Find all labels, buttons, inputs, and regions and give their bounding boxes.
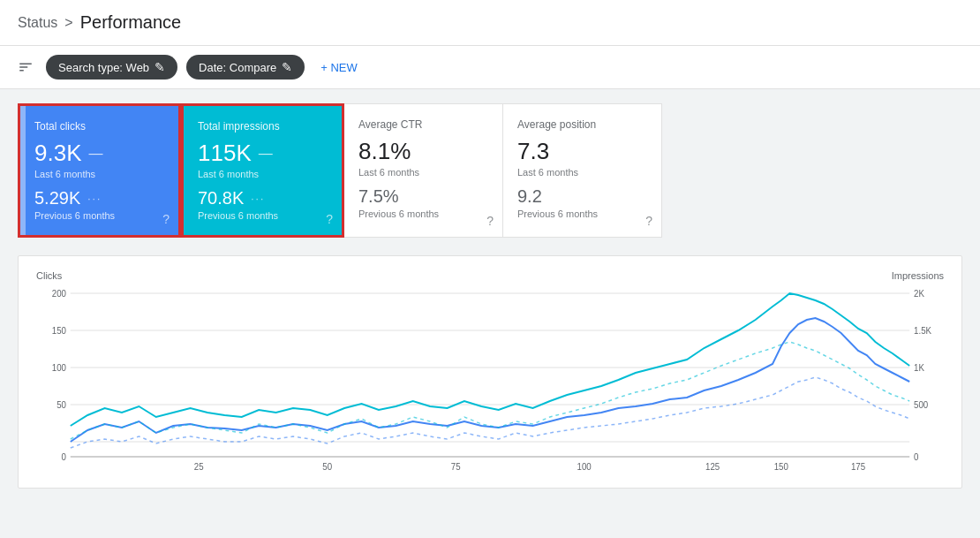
- svg-text:500: 500: [914, 400, 929, 410]
- card-total-impressions[interactable]: Total impressions 115K — Last 6 months 7…: [181, 103, 344, 238]
- card-impressions-title: Total impressions: [198, 120, 328, 133]
- svg-text:150: 150: [52, 326, 67, 336]
- breadcrumb-current: Performance: [80, 12, 182, 33]
- card-impressions-period: Last 6 months: [198, 169, 328, 179]
- chart-svg: 200 150 100 50 0 2K 1.5K 1K 500 0 25 50 …: [36, 284, 944, 479]
- card-position-prev-value: 9.2: [517, 186, 647, 207]
- filter-icon: [18, 59, 34, 75]
- date-edit-icon: ✎: [282, 60, 292, 74]
- breadcrumb-status: Status: [18, 15, 57, 31]
- card-position-prev-period: Previous 6 months: [517, 208, 647, 219]
- card-impressions-prev-period: Previous 6 months: [198, 210, 328, 221]
- chart-y-left-label: Clicks: [36, 270, 62, 281]
- card-clicks-dash: —: [89, 146, 103, 162]
- card-clicks-value: 9.3K —: [34, 140, 164, 167]
- card-impressions-prev-value: 70.8K ···: [198, 188, 328, 208]
- card-ctr-prev-period: Previous 6 months: [358, 208, 488, 219]
- svg-text:125: 125: [705, 462, 720, 472]
- chart-area: 200 150 100 50 0 2K 1.5K 1K 500 0 25 50 …: [36, 284, 944, 479]
- card-clicks-prev-value: 5.29K ···: [34, 188, 164, 208]
- svg-text:1K: 1K: [914, 363, 924, 373]
- card-position-title: Average position: [517, 118, 647, 131]
- svg-text:25: 25: [194, 462, 204, 472]
- card-impressions-dash: —: [259, 146, 273, 162]
- toolbar: Search type: Web ✎ Date: Compare ✎ + NEW: [0, 46, 980, 89]
- card-impressions-value: 115K —: [198, 140, 328, 167]
- card-position-value: 7.3: [517, 138, 647, 165]
- date-compare-chip[interactable]: Date: Compare ✎: [186, 55, 305, 80]
- card-clicks-prev-period: Previous 6 months: [34, 210, 164, 221]
- svg-text:100: 100: [577, 462, 592, 472]
- card-clicks-period: Last 6 months: [34, 169, 164, 179]
- card-impressions-help-icon[interactable]: ?: [326, 212, 333, 226]
- svg-text:175: 175: [851, 462, 866, 472]
- svg-text:50: 50: [57, 400, 66, 410]
- search-type-label: Search type: Web: [58, 61, 149, 74]
- card-ctr-prev-value: 7.5%: [358, 186, 488, 207]
- main-content: Total clicks 9.3K — Last 6 months 5.29K …: [0, 89, 980, 503]
- header: Status > Performance: [0, 0, 980, 46]
- chart-labels-row: Clicks Impressions: [36, 270, 944, 281]
- date-label: Date: Compare: [199, 61, 276, 74]
- svg-text:75: 75: [451, 462, 461, 472]
- breadcrumb-separator: >: [64, 15, 72, 31]
- filter-button[interactable]: [14, 56, 37, 79]
- card-clicks-title: Total clicks: [34, 120, 164, 133]
- svg-text:200: 200: [52, 289, 67, 299]
- metric-cards-row: Total clicks 9.3K — Last 6 months 5.29K …: [18, 103, 962, 238]
- clicks-line-solid: [71, 318, 909, 442]
- new-button[interactable]: + NEW: [313, 57, 365, 78]
- card-position-help-icon[interactable]: ?: [645, 214, 652, 228]
- card-ctr-help-icon[interactable]: ?: [486, 214, 494, 228]
- clicks-line-dashed: [71, 377, 909, 448]
- svg-text:50: 50: [322, 462, 332, 472]
- svg-text:0: 0: [62, 452, 67, 462]
- svg-text:2K: 2K: [914, 289, 924, 299]
- card-position-period: Last 6 months: [517, 167, 647, 178]
- chart-y-right-label: Impressions: [892, 270, 944, 281]
- card-clicks-help-icon[interactable]: ?: [162, 212, 170, 226]
- svg-text:1.5K: 1.5K: [914, 326, 931, 336]
- svg-text:150: 150: [774, 462, 789, 472]
- svg-text:100: 100: [52, 363, 67, 373]
- search-type-chip[interactable]: Search type: Web ✎: [46, 55, 177, 80]
- impressions-line-solid: [71, 293, 909, 426]
- card-ctr-title: Average CTR: [358, 118, 488, 131]
- svg-text:0: 0: [914, 452, 919, 462]
- card-ctr-period: Last 6 months: [358, 167, 488, 178]
- chart-container: Clicks Impressions 200 150 100 50 0 2K: [18, 255, 962, 489]
- search-type-edit-icon: ✎: [155, 60, 165, 74]
- card-average-ctr[interactable]: Average CTR 8.1% Last 6 months 7.5% Prev…: [344, 103, 503, 238]
- card-total-clicks[interactable]: Total clicks 9.3K — Last 6 months 5.29K …: [18, 103, 181, 238]
- card-average-position[interactable]: Average position 7.3 Last 6 months 9.2 P…: [503, 103, 662, 238]
- card-ctr-value: 8.1%: [358, 138, 488, 165]
